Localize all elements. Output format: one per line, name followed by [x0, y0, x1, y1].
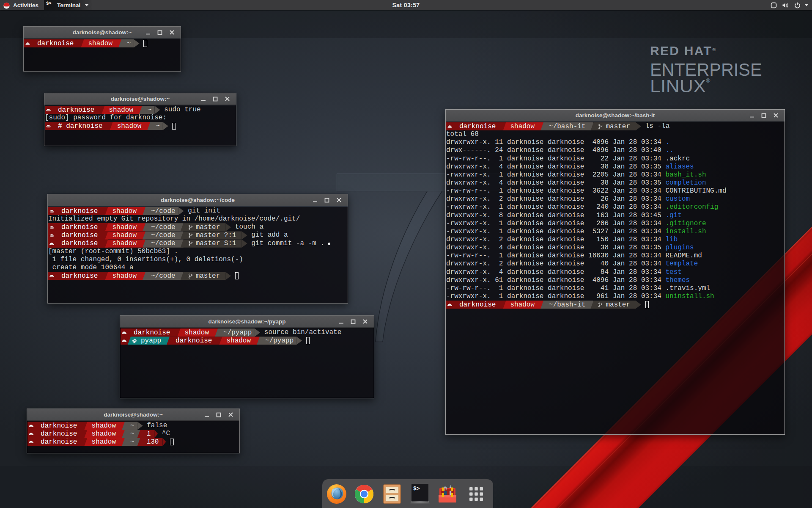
svg-text:$>: $>	[413, 486, 420, 492]
